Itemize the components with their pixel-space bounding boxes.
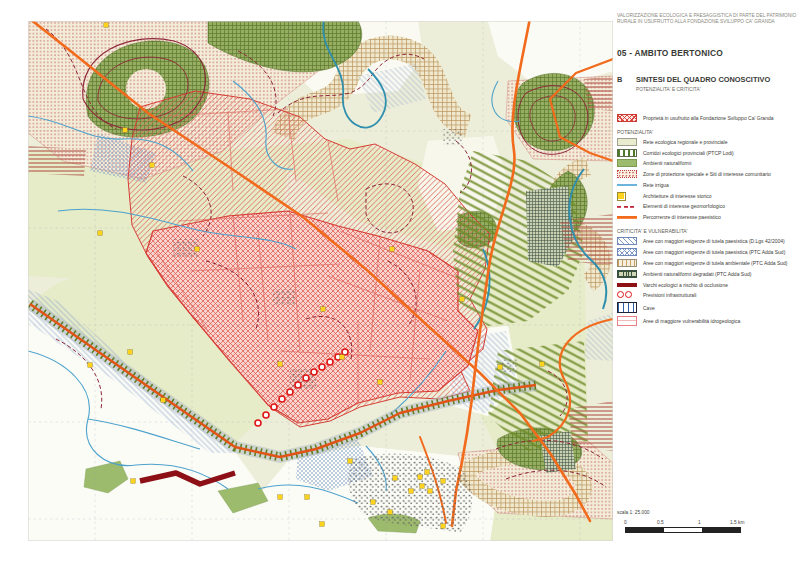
legend-group-title: CRITICITA' E VULNERABILITA' [617, 228, 797, 234]
legend-item: Aree con maggiori esigenze di tutela pae… [617, 248, 797, 256]
legend-item: Rete irrigua [617, 181, 797, 189]
orange-line-swatch [617, 213, 637, 221]
blue-vertical-stripes-box-swatch [617, 302, 637, 313]
pink-outline-box-swatch [617, 316, 637, 326]
legend-item: Aree di maggiore vulnerabilità idrogeolo… [617, 316, 797, 326]
pale-green-fill-swatch [617, 138, 637, 146]
green-fill-swatch [617, 159, 637, 167]
legend-item-label: Aree di maggiore vulnerabilità idrogeolo… [643, 318, 740, 324]
project-title-line1: VALORIZZAZIONE ECOLOGICA E PAESAGGISTICA… [617, 13, 796, 18]
legend-item: Zone di protezione speciale e Siti di in… [617, 170, 797, 178]
legend-item-label: Rete ecologica regionale e provinciale [643, 139, 728, 145]
blue-diagonal-hatch-swatch [617, 237, 637, 245]
scale-text: scala 1: 25.000 [617, 510, 797, 515]
legend-item: Aree con maggiori esigenze di tutela amb… [617, 259, 797, 267]
legend-item-label: Elementi di interesse geomorfologico [643, 203, 725, 209]
red-dots-swatch [617, 170, 637, 178]
red-crosshatch-swatch [617, 114, 637, 122]
legend-item-label: Zone di protezione speciale e Siti di in… [643, 171, 771, 177]
legend-item: Proprietà in usufrutto alla Fondazione S… [617, 114, 797, 122]
legend-item-label: Proprietà in usufrutto alla Fondazione S… [643, 115, 773, 121]
green-vertical-bars-swatch [617, 149, 637, 157]
sheet-title: 05 - AMBITO BERTONICO [617, 48, 797, 58]
legend-item: Varchi ecologici a rischio di occlusione [617, 280, 797, 288]
legend-item-label: Rete irrigua [643, 182, 669, 188]
legend-item-label: Aree con maggiori esigenze di tutela pae… [643, 238, 785, 244]
legend-item-label: Architetture di interesse storico [643, 193, 712, 199]
legend-item: Cave [617, 302, 797, 313]
legend-item: Architetture di interesse storico [617, 192, 797, 200]
legend-item-label: Cave [643, 305, 655, 311]
legend-item-label: Aree con maggiori esigenze di tutela amb… [643, 260, 788, 266]
section-subtitle: POTENZIALITA' E CRITICITA' [636, 87, 797, 92]
legend-item-label: Ambienti naturaliformi [643, 160, 691, 166]
scalebar-tick: 0.5 [657, 520, 664, 525]
legend-item-label: Varchi ecologici a rischio di occlusione [643, 282, 728, 288]
scale-bar-graphic [625, 527, 741, 533]
legend-item: Rete ecologica regionale e provinciale [617, 138, 797, 146]
legend-item: Corridoi ecologici provinciali (PTCP Lod… [617, 148, 797, 156]
blue-crosshatch-swatch [617, 248, 637, 256]
scalebar: scala 1: 25.000 0 0.5 1 1.5 km [617, 510, 797, 533]
project-title: VALORIZZAZIONE ECOLOGICA E PAESAGGISTICA… [617, 13, 797, 25]
scalebar-ticks: 0 0.5 1 1.5 km [617, 520, 797, 526]
legend-group-title: POTENZIALITA' [617, 129, 797, 135]
section-title: SINTESI DEL QUADRO CONOSCITIVO [636, 75, 770, 84]
legend-item-label: Percorrenze di interesse paesistico [643, 214, 721, 220]
tan-vertical-stripes-swatch [617, 259, 637, 267]
legend-item-label: Ambienti naturaliformi degradati (PTC Ad… [643, 271, 751, 277]
scalebar-tick: 0 [624, 520, 627, 525]
red-circles-swatch [617, 291, 637, 299]
legend-item: Elementi di interesse geomorfologico [617, 202, 797, 210]
legend-item: Ambienti naturaliformi degradati (PTC Ad… [617, 270, 797, 278]
legend-item-label: Aree con maggiori esigenze di tutela pae… [643, 249, 785, 255]
scalebar-tick: 1.5 km [730, 520, 744, 525]
maroon-thick-line-swatch [617, 281, 637, 289]
legend-item: Aree con maggiori esigenze di tutela pae… [617, 237, 797, 245]
legend-item: Previsioni infrastrutturali [617, 291, 797, 299]
yellow-square-swatch [617, 192, 637, 200]
legend: Proprietà in usufrutto alla Fondazione S… [617, 114, 797, 326]
legend-item: Ambienti naturaliformi [617, 159, 797, 167]
section-letter: B [617, 75, 636, 84]
scalebar-tick: 1 [698, 520, 701, 525]
map-sheet: VALORIZZAZIONE ECOLOGICA E PAESAGGISTICA… [0, 0, 800, 566]
project-title-line2: RURALE IN USUFRUTTO ALLA FONDAZIONE SVIL… [617, 19, 775, 24]
red-dashed-line-swatch [617, 202, 637, 210]
dark-grid-swatch [617, 270, 637, 278]
legend-item-label: Corridoi ecologici provinciali (PTCP Lod… [643, 150, 734, 156]
map-canvas [28, 21, 613, 541]
legend-item: Percorrenze di interesse paesistico [617, 213, 797, 221]
title-block: VALORIZZAZIONE ECOLOGICA E PAESAGGISTICA… [617, 13, 797, 328]
light-blue-line-swatch [617, 181, 637, 189]
legend-item-label: Previsioni infrastrutturali [643, 292, 696, 298]
section-heading: B SINTESI DEL QUADRO CONOSCITIVO [617, 75, 797, 84]
